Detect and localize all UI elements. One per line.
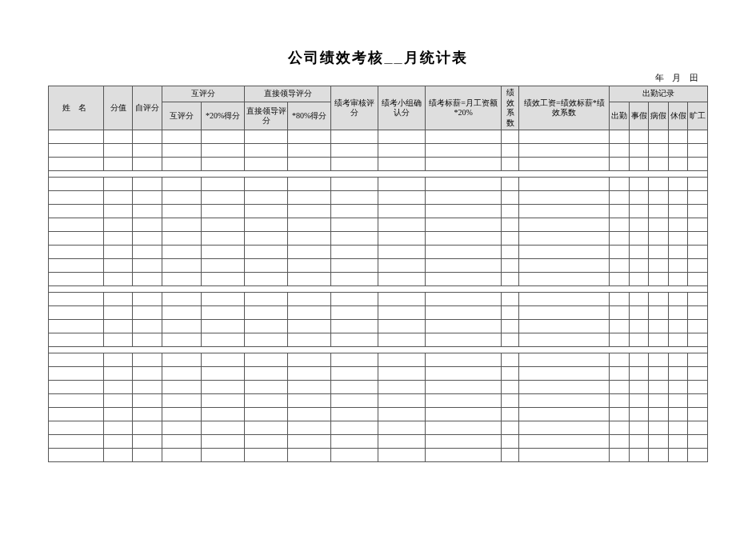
cell[interactable] <box>162 353 202 367</box>
cell[interactable] <box>202 259 245 273</box>
cell[interactable] <box>688 333 708 347</box>
cell[interactable] <box>49 306 104 320</box>
cell[interactable] <box>610 218 630 232</box>
cell[interactable] <box>49 353 104 367</box>
cell[interactable] <box>245 293 288 306</box>
cell[interactable] <box>649 306 669 320</box>
cell[interactable] <box>502 408 519 421</box>
cell[interactable] <box>425 306 502 320</box>
cell[interactable] <box>162 449 202 462</box>
cell[interactable] <box>519 381 610 394</box>
cell[interactable] <box>288 259 331 273</box>
cell[interactable] <box>162 320 202 333</box>
cell[interactable] <box>202 130 245 144</box>
cell[interactable] <box>519 421 610 435</box>
cell[interactable] <box>502 381 519 394</box>
cell[interactable] <box>245 218 288 232</box>
cell[interactable] <box>519 320 610 333</box>
cell[interactable] <box>649 232 669 246</box>
cell[interactable] <box>288 306 331 320</box>
cell[interactable] <box>519 394 610 408</box>
cell[interactable] <box>133 449 162 462</box>
cell[interactable] <box>649 367 669 381</box>
cell[interactable] <box>103 381 133 394</box>
cell[interactable] <box>688 259 708 273</box>
cell[interactable] <box>378 293 425 306</box>
cell[interactable] <box>162 306 202 320</box>
cell[interactable] <box>103 259 133 273</box>
cell[interactable] <box>288 130 331 144</box>
cell[interactable] <box>688 218 708 232</box>
cell[interactable] <box>668 205 688 218</box>
cell[interactable] <box>103 130 133 144</box>
cell[interactable] <box>519 293 610 306</box>
cell[interactable] <box>668 435 688 449</box>
cell[interactable] <box>502 353 519 367</box>
cell[interactable] <box>668 381 688 394</box>
cell[interactable] <box>202 246 245 259</box>
cell[interactable] <box>688 130 708 144</box>
cell[interactable] <box>629 408 649 421</box>
cell[interactable] <box>331 191 378 205</box>
cell[interactable] <box>649 178 669 191</box>
cell[interactable] <box>378 449 425 462</box>
cell[interactable] <box>502 333 519 347</box>
cell[interactable] <box>688 178 708 191</box>
cell[interactable] <box>103 273 133 286</box>
cell[interactable] <box>649 246 669 259</box>
cell[interactable] <box>688 421 708 435</box>
cell[interactable] <box>649 353 669 367</box>
cell[interactable] <box>162 205 202 218</box>
cell[interactable] <box>649 259 669 273</box>
cell[interactable] <box>133 381 162 394</box>
cell[interactable] <box>649 205 669 218</box>
cell[interactable] <box>245 191 288 205</box>
cell[interactable] <box>49 320 104 333</box>
cell[interactable] <box>49 381 104 394</box>
cell[interactable] <box>49 293 104 306</box>
cell[interactable] <box>425 421 502 435</box>
cell[interactable] <box>502 449 519 462</box>
cell[interactable] <box>288 205 331 218</box>
cell[interactable] <box>288 158 331 171</box>
cell[interactable] <box>668 232 688 246</box>
cell[interactable] <box>202 435 245 449</box>
cell[interactable] <box>378 408 425 421</box>
cell[interactable] <box>378 191 425 205</box>
cell[interactable] <box>502 421 519 435</box>
cell[interactable] <box>103 408 133 421</box>
cell[interactable] <box>668 367 688 381</box>
cell[interactable] <box>133 421 162 435</box>
cell[interactable] <box>519 130 610 144</box>
cell[interactable] <box>519 205 610 218</box>
cell[interactable] <box>519 408 610 421</box>
cell[interactable] <box>202 333 245 347</box>
cell[interactable] <box>162 130 202 144</box>
cell[interactable] <box>162 333 202 347</box>
cell[interactable] <box>610 367 630 381</box>
cell[interactable] <box>668 273 688 286</box>
cell[interactable] <box>610 333 630 347</box>
cell[interactable] <box>103 367 133 381</box>
cell[interactable] <box>245 273 288 286</box>
cell[interactable] <box>688 306 708 320</box>
cell[interactable] <box>49 130 104 144</box>
cell[interactable] <box>162 421 202 435</box>
cell[interactable] <box>331 158 378 171</box>
cell[interactable] <box>425 158 502 171</box>
cell[interactable] <box>378 205 425 218</box>
cell[interactable] <box>103 191 133 205</box>
cell[interactable] <box>202 232 245 246</box>
cell[interactable] <box>629 144 649 158</box>
cell[interactable] <box>425 394 502 408</box>
cell[interactable] <box>649 218 669 232</box>
cell[interactable] <box>502 144 519 158</box>
cell[interactable] <box>502 320 519 333</box>
cell[interactable] <box>103 246 133 259</box>
cell[interactable] <box>629 306 649 320</box>
cell[interactable] <box>202 306 245 320</box>
cell[interactable] <box>103 232 133 246</box>
cell[interactable] <box>245 381 288 394</box>
cell[interactable] <box>288 144 331 158</box>
cell[interactable] <box>49 232 104 246</box>
